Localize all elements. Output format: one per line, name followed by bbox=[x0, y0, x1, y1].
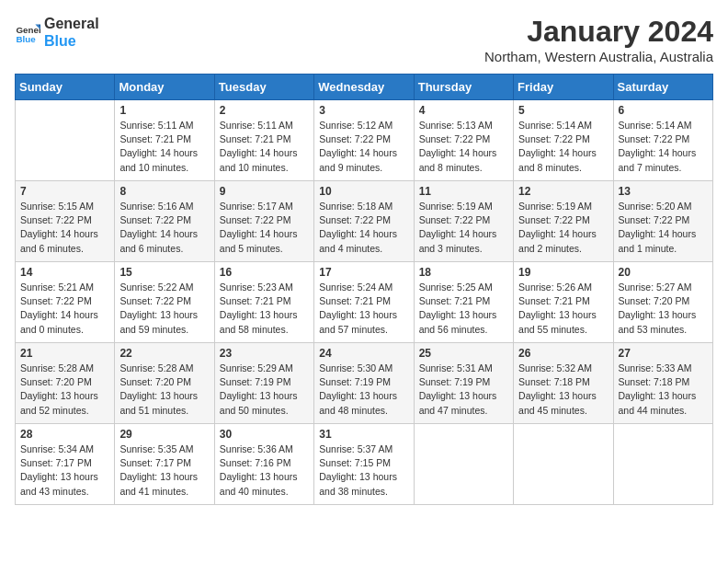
calendar-cell: 10Sunrise: 5:18 AM Sunset: 7:22 PM Dayli… bbox=[314, 181, 414, 262]
weekday-header: Tuesday bbox=[214, 75, 313, 100]
calendar-cell: 6Sunrise: 5:14 AM Sunset: 7:22 PM Daylig… bbox=[613, 100, 712, 181]
calendar-cell bbox=[514, 424, 613, 505]
calendar-cell: 27Sunrise: 5:33 AM Sunset: 7:18 PM Dayli… bbox=[613, 343, 712, 424]
day-info: Sunrise: 5:20 AM Sunset: 7:22 PM Dayligh… bbox=[619, 200, 708, 256]
day-info: Sunrise: 5:28 AM Sunset: 7:20 PM Dayligh… bbox=[119, 362, 209, 418]
day-number: 24 bbox=[319, 347, 408, 360]
calendar-cell: 22Sunrise: 5:28 AM Sunset: 7:20 PM Dayli… bbox=[115, 343, 214, 424]
calendar-week-row: 1Sunrise: 5:11 AM Sunset: 7:21 PM Daylig… bbox=[16, 100, 713, 181]
calendar-cell: 21Sunrise: 5:28 AM Sunset: 7:20 PM Dayli… bbox=[16, 343, 115, 424]
logo: General Blue General Blue bbox=[15, 15, 99, 50]
logo-text: General Blue bbox=[44, 15, 99, 50]
day-info: Sunrise: 5:16 AM Sunset: 7:22 PM Dayligh… bbox=[119, 200, 209, 256]
day-number: 13 bbox=[619, 185, 708, 198]
day-number: 29 bbox=[119, 428, 209, 441]
weekday-header: Sunday bbox=[16, 75, 115, 100]
day-number: 2 bbox=[220, 104, 309, 117]
day-info: Sunrise: 5:23 AM Sunset: 7:21 PM Dayligh… bbox=[220, 281, 309, 337]
day-info: Sunrise: 5:30 AM Sunset: 7:19 PM Dayligh… bbox=[319, 362, 408, 418]
calendar-cell: 4Sunrise: 5:13 AM Sunset: 7:22 PM Daylig… bbox=[414, 100, 513, 181]
calendar-cell: 29Sunrise: 5:35 AM Sunset: 7:17 PM Dayli… bbox=[115, 424, 214, 505]
day-info: Sunrise: 5:24 AM Sunset: 7:21 PM Dayligh… bbox=[319, 281, 408, 337]
calendar-cell: 3Sunrise: 5:12 AM Sunset: 7:22 PM Daylig… bbox=[314, 100, 414, 181]
day-number: 6 bbox=[619, 104, 708, 117]
calendar-table: SundayMondayTuesdayWednesdayThursdayFrid… bbox=[15, 74, 713, 505]
day-number: 11 bbox=[419, 185, 508, 198]
calendar-cell: 26Sunrise: 5:32 AM Sunset: 7:18 PM Dayli… bbox=[514, 343, 613, 424]
day-info: Sunrise: 5:13 AM Sunset: 7:22 PM Dayligh… bbox=[419, 119, 508, 175]
weekday-header: Monday bbox=[115, 75, 214, 100]
day-number: 19 bbox=[518, 266, 608, 279]
title-block: January 2024 Northam, Western Australia,… bbox=[484, 15, 713, 64]
calendar-cell: 1Sunrise: 5:11 AM Sunset: 7:21 PM Daylig… bbox=[115, 100, 214, 181]
weekday-header: Friday bbox=[514, 75, 613, 100]
page-header: General Blue General Blue January 2024 N… bbox=[15, 15, 713, 64]
day-info: Sunrise: 5:11 AM Sunset: 7:21 PM Dayligh… bbox=[119, 119, 209, 175]
calendar-cell: 7Sunrise: 5:15 AM Sunset: 7:22 PM Daylig… bbox=[16, 181, 115, 262]
day-info: Sunrise: 5:15 AM Sunset: 7:22 PM Dayligh… bbox=[20, 200, 109, 256]
calendar-cell bbox=[613, 424, 712, 505]
weekday-header: Saturday bbox=[613, 75, 712, 100]
day-info: Sunrise: 5:28 AM Sunset: 7:20 PM Dayligh… bbox=[20, 362, 109, 418]
day-info: Sunrise: 5:11 AM Sunset: 7:21 PM Dayligh… bbox=[220, 119, 309, 175]
calendar-cell: 15Sunrise: 5:22 AM Sunset: 7:22 PM Dayli… bbox=[115, 262, 214, 343]
day-number: 4 bbox=[419, 104, 508, 117]
day-info: Sunrise: 5:21 AM Sunset: 7:22 PM Dayligh… bbox=[20, 281, 109, 337]
day-number: 15 bbox=[119, 266, 209, 279]
day-info: Sunrise: 5:29 AM Sunset: 7:19 PM Dayligh… bbox=[220, 362, 309, 418]
day-info: Sunrise: 5:19 AM Sunset: 7:22 PM Dayligh… bbox=[419, 200, 508, 256]
day-number: 22 bbox=[119, 347, 209, 360]
day-info: Sunrise: 5:18 AM Sunset: 7:22 PM Dayligh… bbox=[319, 200, 408, 256]
day-info: Sunrise: 5:31 AM Sunset: 7:19 PM Dayligh… bbox=[419, 362, 508, 418]
calendar-cell: 17Sunrise: 5:24 AM Sunset: 7:21 PM Dayli… bbox=[314, 262, 414, 343]
calendar-cell: 31Sunrise: 5:37 AM Sunset: 7:15 PM Dayli… bbox=[314, 424, 414, 505]
calendar-week-row: 21Sunrise: 5:28 AM Sunset: 7:20 PM Dayli… bbox=[16, 343, 713, 424]
day-info: Sunrise: 5:14 AM Sunset: 7:22 PM Dayligh… bbox=[518, 119, 608, 175]
day-number: 14 bbox=[20, 266, 109, 279]
day-info: Sunrise: 5:32 AM Sunset: 7:18 PM Dayligh… bbox=[518, 362, 608, 418]
calendar-cell: 19Sunrise: 5:26 AM Sunset: 7:21 PM Dayli… bbox=[514, 262, 613, 343]
calendar-cell: 23Sunrise: 5:29 AM Sunset: 7:19 PM Dayli… bbox=[214, 343, 313, 424]
day-number: 1 bbox=[119, 104, 209, 117]
calendar-cell: 18Sunrise: 5:25 AM Sunset: 7:21 PM Dayli… bbox=[414, 262, 513, 343]
day-number: 27 bbox=[619, 347, 708, 360]
calendar-cell: 9Sunrise: 5:17 AM Sunset: 7:22 PM Daylig… bbox=[214, 181, 313, 262]
day-number: 21 bbox=[20, 347, 109, 360]
day-number: 18 bbox=[419, 266, 508, 279]
day-info: Sunrise: 5:12 AM Sunset: 7:22 PM Dayligh… bbox=[319, 119, 408, 175]
calendar-cell: 25Sunrise: 5:31 AM Sunset: 7:19 PM Dayli… bbox=[414, 343, 513, 424]
weekday-header: Wednesday bbox=[314, 75, 414, 100]
day-number: 17 bbox=[319, 266, 408, 279]
day-info: Sunrise: 5:33 AM Sunset: 7:18 PM Dayligh… bbox=[619, 362, 708, 418]
calendar-cell: 12Sunrise: 5:19 AM Sunset: 7:22 PM Dayli… bbox=[514, 181, 613, 262]
day-number: 20 bbox=[619, 266, 708, 279]
day-info: Sunrise: 5:17 AM Sunset: 7:22 PM Dayligh… bbox=[220, 200, 309, 256]
calendar-cell: 24Sunrise: 5:30 AM Sunset: 7:19 PM Dayli… bbox=[314, 343, 414, 424]
calendar-cell: 13Sunrise: 5:20 AM Sunset: 7:22 PM Dayli… bbox=[613, 181, 712, 262]
calendar-cell: 14Sunrise: 5:21 AM Sunset: 7:22 PM Dayli… bbox=[16, 262, 115, 343]
calendar-cell: 5Sunrise: 5:14 AM Sunset: 7:22 PM Daylig… bbox=[514, 100, 613, 181]
day-info: Sunrise: 5:26 AM Sunset: 7:21 PM Dayligh… bbox=[518, 281, 608, 337]
calendar-cell: 8Sunrise: 5:16 AM Sunset: 7:22 PM Daylig… bbox=[115, 181, 214, 262]
calendar-cell: 20Sunrise: 5:27 AM Sunset: 7:20 PM Dayli… bbox=[613, 262, 712, 343]
day-number: 30 bbox=[220, 428, 309, 441]
calendar-cell: 30Sunrise: 5:36 AM Sunset: 7:16 PM Dayli… bbox=[214, 424, 313, 505]
day-info: Sunrise: 5:35 AM Sunset: 7:17 PM Dayligh… bbox=[119, 442, 209, 499]
month-title: January 2024 bbox=[484, 15, 713, 49]
calendar-cell: 11Sunrise: 5:19 AM Sunset: 7:22 PM Dayli… bbox=[414, 181, 513, 262]
calendar-week-row: 14Sunrise: 5:21 AM Sunset: 7:22 PM Dayli… bbox=[16, 262, 713, 343]
calendar-cell: 28Sunrise: 5:34 AM Sunset: 7:17 PM Dayli… bbox=[16, 424, 115, 505]
calendar-cell bbox=[16, 100, 115, 181]
calendar-week-row: 28Sunrise: 5:34 AM Sunset: 7:17 PM Dayli… bbox=[16, 424, 713, 505]
day-info: Sunrise: 5:34 AM Sunset: 7:17 PM Dayligh… bbox=[20, 442, 109, 499]
day-number: 23 bbox=[220, 347, 309, 360]
day-number: 25 bbox=[419, 347, 508, 360]
svg-text:Blue: Blue bbox=[16, 34, 36, 44]
day-number: 5 bbox=[518, 104, 608, 117]
day-number: 16 bbox=[220, 266, 309, 279]
day-number: 12 bbox=[518, 185, 608, 198]
day-info: Sunrise: 5:22 AM Sunset: 7:22 PM Dayligh… bbox=[119, 281, 209, 337]
day-number: 3 bbox=[319, 104, 408, 117]
day-info: Sunrise: 5:27 AM Sunset: 7:20 PM Dayligh… bbox=[619, 281, 708, 337]
weekday-header: Thursday bbox=[414, 75, 513, 100]
